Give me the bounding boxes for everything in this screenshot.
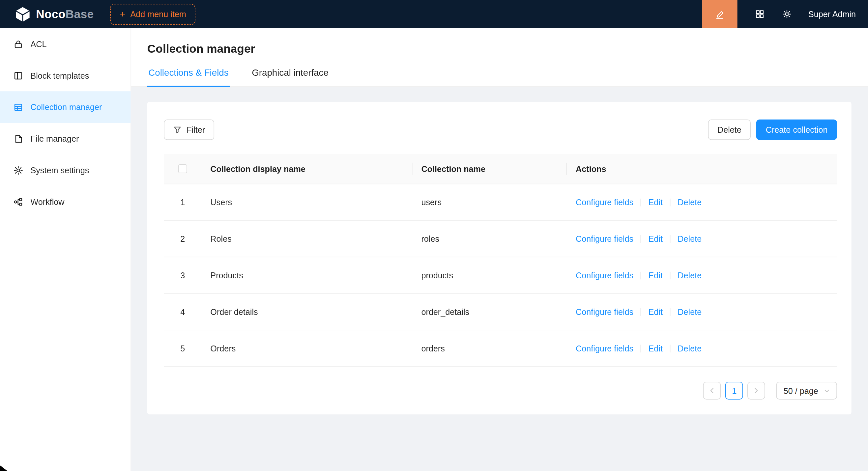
- collection-name: users: [412, 198, 567, 207]
- row-actions: Configure fieldsEditDelete: [567, 198, 837, 207]
- table-row[interactable]: 3 Products products Configure fieldsEdit…: [164, 257, 837, 294]
- column-header-actions: Actions: [567, 154, 837, 184]
- filter-icon: [173, 126, 182, 134]
- page-1-button[interactable]: 1: [725, 382, 743, 400]
- delete-link[interactable]: Delete: [678, 307, 702, 316]
- collection-display-name: Roles: [202, 234, 412, 244]
- configure-fields-link[interactable]: Configure fields: [576, 307, 633, 316]
- row-actions: Configure fieldsEditDelete: [567, 307, 837, 316]
- lock-icon: [13, 39, 23, 49]
- delete-link[interactable]: Delete: [678, 198, 702, 207]
- column-header-display-name: Collection display name: [202, 154, 412, 184]
- table-row[interactable]: 1 Users users Configure fieldsEditDelete: [164, 184, 837, 221]
- tab-collections-and-fields[interactable]: Collections & Fields: [147, 60, 230, 87]
- action-divider: [670, 344, 671, 352]
- collection-display-name: Order details: [202, 307, 412, 316]
- file-icon: [13, 134, 23, 144]
- configure-fields-link[interactable]: Configure fields: [576, 343, 633, 353]
- collection-name: roles: [412, 234, 567, 244]
- delete-link[interactable]: Delete: [678, 270, 702, 280]
- action-divider: [641, 198, 641, 206]
- collections-table: Collection display name Collection name …: [164, 154, 837, 367]
- chevron-right-icon: [753, 388, 760, 394]
- edit-link[interactable]: Edit: [649, 270, 663, 280]
- sidebar-item-workflow[interactable]: Workflow: [0, 186, 130, 217]
- table-row[interactable]: 2 Roles roles Configure fieldsEditDelete: [164, 221, 837, 257]
- grid-icon: [755, 9, 765, 19]
- sidebar-item-label: File manager: [30, 134, 79, 144]
- row-actions: Configure fieldsEditDelete: [567, 270, 837, 280]
- highlighter-icon: [715, 9, 725, 19]
- edit-link[interactable]: Edit: [649, 343, 663, 353]
- sidebar: ACL Block templates Collection manager F…: [0, 28, 131, 471]
- sidebar-item-file-manager[interactable]: File manager: [0, 123, 130, 155]
- row-index: 4: [164, 307, 202, 316]
- table-toolbar: Filter Delete Create collection: [164, 120, 837, 140]
- create-collection-button[interactable]: Create collection: [756, 120, 837, 140]
- row-index: 2: [164, 234, 202, 244]
- plugins-button[interactable]: [755, 9, 765, 19]
- page-head: Collection manager Collections & Fields …: [131, 28, 868, 87]
- sidebar-item-label: System settings: [30, 165, 89, 175]
- configure-fields-link[interactable]: Configure fields: [576, 270, 633, 280]
- user-menu[interactable]: Super Admin: [808, 9, 856, 19]
- collection-name: order_details: [412, 307, 567, 316]
- next-page-button[interactable]: [748, 382, 766, 400]
- sidebar-item-label: Block templates: [30, 71, 89, 80]
- edit-link[interactable]: Edit: [649, 198, 663, 207]
- chevron-down-icon: [824, 388, 830, 394]
- collection-display-name: Orders: [202, 343, 412, 353]
- table-row[interactable]: 4 Order details order_details Configure …: [164, 294, 837, 330]
- layout-icon: [13, 70, 23, 80]
- edit-link[interactable]: Edit: [649, 307, 663, 316]
- ui-editor-button[interactable]: [702, 0, 738, 28]
- settings-button[interactable]: [782, 9, 792, 19]
- app-header: NocoBase + Add menu item: [0, 0, 868, 28]
- action-divider: [670, 235, 671, 243]
- collection-display-name: Products: [202, 270, 412, 280]
- page-title: Collection manager: [131, 28, 868, 60]
- workflow-icon: [13, 197, 23, 206]
- action-divider: [670, 271, 671, 279]
- select-all-cell: [164, 154, 202, 184]
- gear-icon: [13, 165, 23, 175]
- tab-graphical-interface[interactable]: Graphical interface: [251, 60, 330, 87]
- sidebar-item-collection-manager[interactable]: Collection manager: [0, 91, 130, 123]
- gear-icon: [782, 9, 792, 19]
- action-divider: [670, 198, 671, 206]
- content-area: Collection manager Collections & Fields …: [131, 28, 868, 471]
- row-index: 5: [164, 343, 202, 353]
- action-divider: [641, 271, 641, 279]
- sidebar-item-block-templates[interactable]: Block templates: [0, 60, 130, 91]
- action-divider: [641, 308, 641, 316]
- delete-button[interactable]: Delete: [708, 120, 751, 140]
- collection-name: products: [412, 270, 567, 280]
- chevron-left-icon: [709, 388, 715, 394]
- collection-display-name: Users: [202, 198, 412, 207]
- tabbar: Collections & Fields Graphical interface: [131, 60, 868, 87]
- add-menu-item-button[interactable]: + Add menu item: [111, 4, 195, 25]
- delete-link[interactable]: Delete: [678, 343, 702, 353]
- edit-link[interactable]: Edit: [649, 234, 663, 244]
- configure-fields-link[interactable]: Configure fields: [576, 198, 633, 207]
- pagination: 1 50 / page: [164, 382, 837, 400]
- logo-cube-icon: [14, 6, 31, 23]
- sidebar-item-system-settings[interactable]: System settings: [0, 155, 130, 186]
- page-body: Filter Delete Create collection: [131, 87, 868, 471]
- row-actions: Configure fieldsEditDelete: [567, 343, 837, 353]
- table-row[interactable]: 5 Orders orders Configure fieldsEditDele…: [164, 330, 837, 367]
- brand-text: NocoBase: [36, 8, 94, 21]
- filter-button[interactable]: Filter: [164, 120, 214, 140]
- sidebar-item-label: ACL: [30, 39, 46, 49]
- select-all-checkbox[interactable]: [178, 164, 187, 173]
- collections-card: Filter Delete Create collection: [147, 102, 851, 414]
- configure-fields-link[interactable]: Configure fields: [576, 234, 633, 244]
- brand-base-text: Base: [66, 8, 94, 21]
- sidebar-item-label: Workflow: [30, 197, 64, 206]
- row-actions: Configure fieldsEditDelete: [567, 234, 837, 244]
- page-size-select[interactable]: 50 / page: [776, 382, 837, 400]
- sidebar-item-acl[interactable]: ACL: [0, 28, 130, 60]
- prev-page-button[interactable]: [703, 382, 721, 400]
- delete-link[interactable]: Delete: [678, 234, 702, 244]
- table-body: 1 Users users Configure fieldsEditDelete…: [164, 184, 837, 367]
